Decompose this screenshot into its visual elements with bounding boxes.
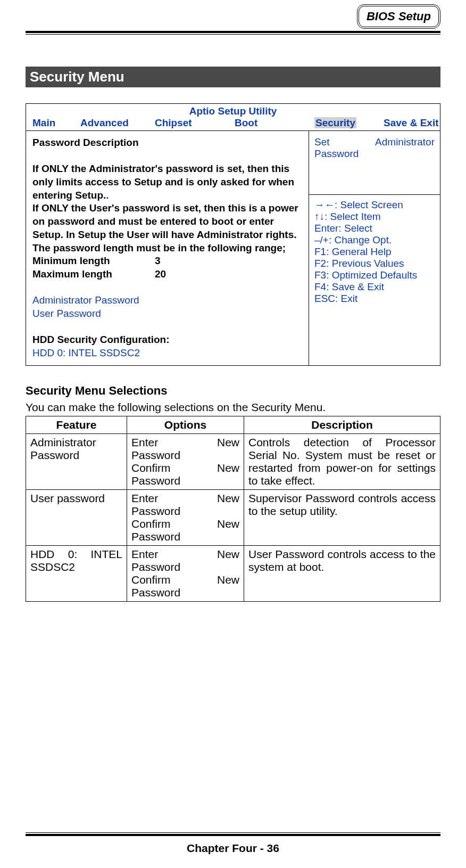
help-key-line: Enter: Select bbox=[314, 223, 435, 234]
description-cell: Controls detection of Processor Serial N… bbox=[244, 433, 440, 489]
footer-divider bbox=[26, 832, 440, 836]
tab-save-exit[interactable]: Save & Exit bbox=[384, 117, 439, 129]
admin-password-description: If ONLY the Administrator's password is … bbox=[32, 162, 302, 202]
options-cell: EnterNew Password ConfirmNew Password bbox=[127, 489, 244, 545]
help-keys: →←: Select Screen ↑↓: Select Item Enter:… bbox=[309, 195, 440, 309]
bios-right-pane: Set Administrator Password →←: Select Sc… bbox=[309, 131, 440, 365]
tab-advanced[interactable]: Advanced bbox=[80, 117, 144, 129]
help-key-line: ESC: Exit bbox=[314, 293, 435, 305]
tab-main[interactable]: Main bbox=[32, 117, 70, 129]
min-length-value: 3 bbox=[155, 255, 161, 268]
selections-intro: You can make the following selections on… bbox=[26, 401, 440, 414]
header-divider bbox=[26, 31, 440, 35]
bios-left-pane: Password Description If ONLY the Adminis… bbox=[26, 131, 309, 365]
bios-panel: Aptio Setup Utility Main Advanced Chipse… bbox=[26, 103, 440, 366]
help-key-line: –/+: Change Opt. bbox=[314, 234, 435, 246]
hdd-0-item[interactable]: HDD 0: INTEL SSDSC2 bbox=[32, 347, 302, 360]
header-description: Description bbox=[244, 416, 440, 433]
help-key-line: F4: Save & Exit bbox=[314, 281, 435, 293]
password-length-intro: The password length must be in the follo… bbox=[32, 242, 302, 255]
section-title: Security Menu bbox=[26, 67, 440, 87]
feature-cell: User password bbox=[26, 489, 127, 545]
max-length-label: Maximum length bbox=[32, 268, 155, 281]
max-length-value: 20 bbox=[155, 268, 166, 281]
table-row: Administrator Password EnterNew Password… bbox=[26, 433, 440, 489]
min-length-label: Minimum length bbox=[32, 255, 155, 268]
help-key-line: ↑↓: Select Item bbox=[314, 211, 435, 223]
header-options: Options bbox=[127, 416, 244, 433]
table-row: HDD 0: INTEL SSDSC2 EnterNew Password Co… bbox=[26, 545, 440, 601]
administrator-password-item[interactable]: Administrator Password bbox=[32, 294, 302, 307]
options-cell: EnterNew Password ConfirmNew Password bbox=[127, 545, 244, 601]
password-description-title: Password Description bbox=[32, 136, 302, 150]
user-password-item[interactable]: User Password bbox=[32, 307, 302, 321]
description-cell: Supervisor Password controls access to t… bbox=[244, 489, 440, 545]
help-key-line: F2: Previous Values bbox=[314, 258, 435, 269]
bios-setup-badge: BIOS Setup bbox=[357, 4, 440, 29]
description-cell: User Password controls access to the sys… bbox=[244, 545, 440, 601]
help-key-line: F1: General Help bbox=[314, 246, 435, 258]
tab-security[interactable]: Security bbox=[314, 117, 373, 129]
hdd-security-title: HDD Security Configuration: bbox=[32, 333, 302, 347]
feature-cell: HDD 0: INTEL SSDSC2 bbox=[26, 545, 127, 601]
tab-chipset[interactable]: Chipset bbox=[155, 117, 224, 129]
header-feature: Feature bbox=[26, 416, 127, 433]
table-row: User password EnterNew Password ConfirmN… bbox=[26, 489, 440, 545]
options-cell: EnterNew Password ConfirmNew Password bbox=[127, 433, 244, 489]
help-description: Set Administrator Password bbox=[309, 131, 440, 195]
help-key-line: F3: Optimized Defaults bbox=[314, 269, 435, 281]
tab-boot[interactable]: Boot bbox=[235, 117, 304, 129]
user-password-description: If ONLY the User's password is set, then… bbox=[32, 202, 302, 241]
feature-cell: Administrator Password bbox=[26, 433, 127, 489]
page-footer: Chapter Four - 36 bbox=[0, 842, 466, 855]
help-key-line: →←: Select Screen bbox=[314, 199, 435, 211]
bios-utility-title: Aptio Setup Utility bbox=[26, 104, 440, 117]
selections-title: Security Menu Selections bbox=[26, 384, 440, 398]
bios-tab-bar: Main Advanced Chipset Boot Security Save… bbox=[26, 117, 440, 131]
selections-table: Feature Options Description Administrato… bbox=[26, 416, 440, 602]
